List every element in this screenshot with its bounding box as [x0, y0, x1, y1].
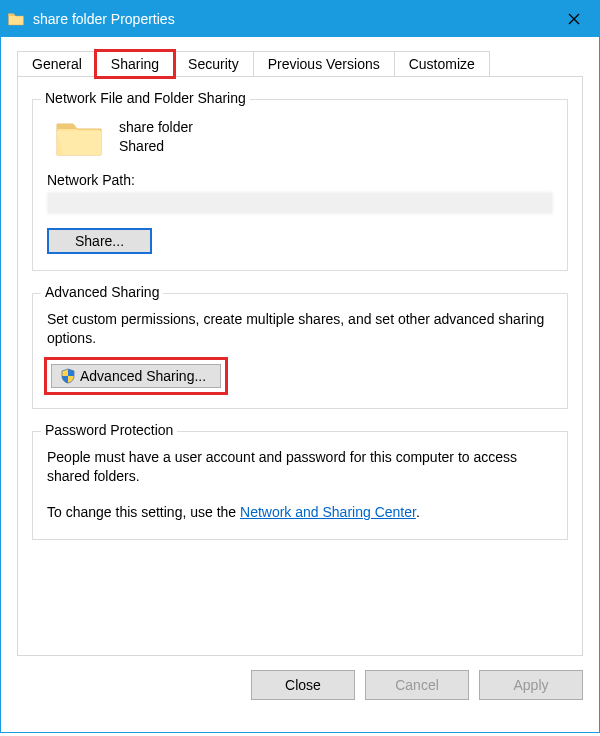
tab-customize[interactable]: Customize — [394, 51, 490, 76]
pw-line2-suffix: . — [416, 504, 420, 520]
shield-icon — [60, 368, 76, 384]
advanced-sharing-highlight: Advanced Sharing... — [47, 360, 225, 392]
group-password-protection: Password Protection People must have a u… — [32, 431, 568, 540]
tab-security[interactable]: Security — [173, 51, 254, 76]
titlebar: share folder Properties — [1, 1, 599, 37]
group-label-password-protection: Password Protection — [41, 422, 177, 438]
close-button[interactable]: Close — [251, 670, 355, 700]
tabs-row: General Sharing Security Previous Versio… — [17, 51, 583, 76]
tab-sharing[interactable]: Sharing — [96, 51, 174, 77]
password-protection-text1: People must have a user account and pass… — [47, 448, 553, 487]
folder-large-icon — [55, 118, 103, 158]
tab-general[interactable]: General — [17, 51, 97, 76]
group-network-sharing: Network File and Folder Sharing share fo… — [32, 99, 568, 271]
folder-icon — [7, 10, 25, 28]
group-label-advanced-sharing: Advanced Sharing — [41, 284, 163, 300]
advanced-sharing-button[interactable]: Advanced Sharing... — [51, 364, 221, 388]
advanced-sharing-button-label: Advanced Sharing... — [80, 368, 206, 384]
window-title: share folder Properties — [33, 11, 551, 27]
folder-shared-status: Shared — [119, 137, 193, 156]
folder-info: share folder Shared — [119, 118, 193, 156]
share-button[interactable]: Share... — [47, 228, 152, 254]
network-path-value — [47, 192, 553, 214]
group-label-network-sharing: Network File and Folder Sharing — [41, 90, 250, 106]
pw-line2-prefix: To change this setting, use the — [47, 504, 240, 520]
tab-previous-versions[interactable]: Previous Versions — [253, 51, 395, 76]
network-path-label: Network Path: — [47, 172, 553, 188]
apply-button: Apply — [479, 670, 583, 700]
close-window-button[interactable] — [551, 1, 597, 37]
network-sharing-center-link[interactable]: Network and Sharing Center — [240, 504, 416, 520]
cancel-button: Cancel — [365, 670, 469, 700]
group-advanced-sharing: Advanced Sharing Set custom permissions,… — [32, 293, 568, 409]
folder-name: share folder — [119, 118, 193, 137]
password-protection-text2: To change this setting, use the Network … — [47, 503, 553, 523]
tab-panel-sharing: Network File and Folder Sharing share fo… — [17, 76, 583, 656]
dialog-footer: Close Cancel Apply — [1, 656, 599, 714]
advanced-sharing-description: Set custom permissions, create multiple … — [47, 310, 553, 348]
